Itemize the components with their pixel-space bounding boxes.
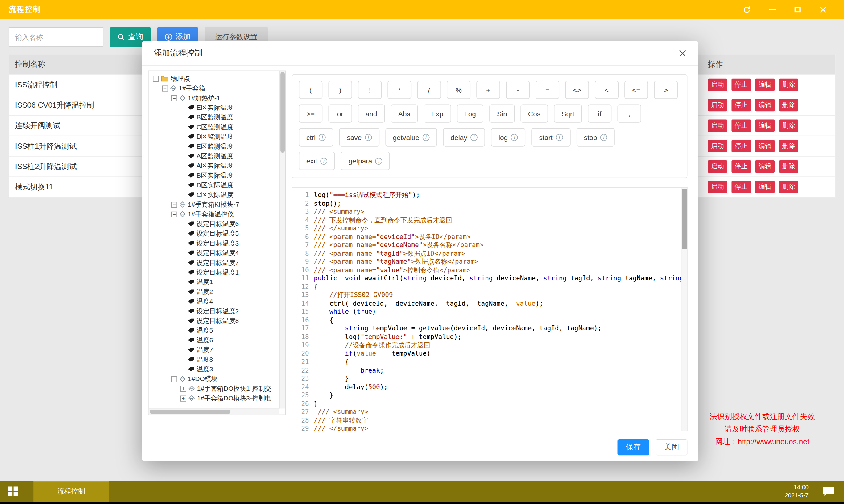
- row-op-button[interactable]: 启动: [708, 181, 728, 193]
- taskbar-clock[interactable]: 14:00 2021-5-7: [785, 483, 809, 499]
- taskbar-app-process-control[interactable]: 流程控制: [33, 481, 109, 502]
- row-op-button[interactable]: 编辑: [755, 119, 775, 132]
- tree-expander-plus-icon[interactable]: +: [180, 395, 186, 401]
- operator-button[interactable]: %: [447, 81, 470, 99]
- operator-button[interactable]: Log: [457, 105, 484, 123]
- tree-expander-minus-icon[interactable]: −: [171, 202, 177, 208]
- tree-item[interactable]: 设定目标温度4: [149, 248, 278, 257]
- operator-button[interactable]: -: [506, 81, 529, 99]
- operator-button[interactable]: logi: [491, 128, 526, 146]
- tree-expander-minus-icon[interactable]: −: [171, 95, 177, 101]
- row-op-button[interactable]: 停止: [731, 140, 751, 152]
- operator-button[interactable]: +: [476, 81, 500, 99]
- tree-item[interactable]: 温度3: [149, 364, 278, 374]
- operator-button[interactable]: exiti: [299, 152, 335, 170]
- row-op-button[interactable]: 编辑: [755, 79, 775, 91]
- operator-button[interactable]: ctrli: [299, 128, 333, 146]
- operator-button[interactable]: Cos: [520, 105, 548, 123]
- operator-button[interactable]: Exp: [424, 105, 451, 123]
- operator-button[interactable]: getvaluei: [385, 128, 437, 146]
- row-op-button[interactable]: 删除: [779, 181, 798, 193]
- tree-item[interactable]: −1#DO模块: [149, 374, 278, 384]
- tree-vertical-scrollbar[interactable]: [280, 71, 285, 408]
- tree-item[interactable]: E区监测温度: [149, 142, 278, 151]
- tree-expander-minus-icon[interactable]: −: [171, 376, 177, 382]
- search-input[interactable]: [8, 28, 103, 47]
- row-op-button[interactable]: 启动: [708, 140, 728, 152]
- tree-expander-minus-icon[interactable]: −: [153, 76, 159, 82]
- operator-button[interactable]: or: [328, 105, 352, 123]
- tree-item[interactable]: 温度4: [149, 296, 278, 306]
- operator-button[interactable]: >=: [299, 105, 322, 123]
- operator-button[interactable]: stopi: [576, 128, 615, 146]
- tree-expander-minus-icon[interactable]: −: [171, 211, 177, 217]
- row-op-button[interactable]: 删除: [779, 140, 798, 152]
- tree-item[interactable]: −1#加热炉-1: [149, 93, 278, 103]
- operator-button[interactable]: <=: [624, 81, 648, 99]
- tree-item[interactable]: −1#手套箱温控仪: [149, 210, 278, 219]
- tree-item[interactable]: 温度5: [149, 326, 278, 335]
- operator-button[interactable]: ,: [617, 105, 641, 123]
- tree-item[interactable]: 设定目标温度6: [149, 219, 278, 229]
- tree-item[interactable]: C区监测温度: [149, 122, 278, 132]
- tree-item[interactable]: 设定目标温度3: [149, 238, 278, 248]
- tree-item[interactable]: B区实际温度: [149, 170, 278, 180]
- row-op-button[interactable]: 启动: [708, 79, 728, 91]
- tree-item[interactable]: 温度2: [149, 287, 278, 296]
- tree-item[interactable]: C区实际温度: [149, 190, 278, 200]
- row-op-button[interactable]: 编辑: [755, 160, 775, 173]
- tree-item[interactable]: E区实际温度: [149, 103, 278, 112]
- tree-item[interactable]: 设定目标温度2: [149, 306, 278, 316]
- operator-button[interactable]: starti: [532, 128, 570, 146]
- operator-button[interactable]: Abs: [391, 105, 418, 123]
- operator-button[interactable]: <>: [565, 81, 589, 99]
- row-op-button[interactable]: 删除: [779, 160, 798, 173]
- tree-item[interactable]: 温度7: [149, 345, 278, 355]
- operator-button[interactable]: delayi: [443, 128, 485, 146]
- tree-horizontal-scrollbar[interactable]: [149, 408, 280, 414]
- tree-item[interactable]: 温度1: [149, 277, 278, 287]
- start-button[interactable]: [0, 481, 26, 502]
- close-window-button[interactable]: [810, 0, 836, 19]
- row-op-button[interactable]: 停止: [731, 181, 751, 193]
- tree-item[interactable]: A区实际温度: [149, 161, 278, 170]
- tree-horizontal-scrollbar-thumb[interactable]: [150, 410, 230, 414]
- dialog-close-footer-button[interactable]: 关闭: [656, 439, 687, 455]
- tree-item[interactable]: −1#手套箱KI模块-7: [149, 200, 278, 209]
- row-op-button[interactable]: 启动: [708, 160, 728, 173]
- row-op-button[interactable]: 删除: [779, 79, 798, 91]
- maximize-button[interactable]: [785, 0, 810, 19]
- operator-button[interactable]: Sin: [489, 105, 515, 123]
- minimize-button[interactable]: [759, 0, 785, 19]
- script-code-editor[interactable]: 1log("===iss调试模式程序开始");2stop();3/// <sum…: [292, 187, 688, 431]
- row-op-button[interactable]: 编辑: [755, 140, 775, 152]
- operator-button[interactable]: getparai: [341, 152, 390, 170]
- tree-item[interactable]: 设定目标温度5: [149, 229, 278, 238]
- row-op-button[interactable]: 删除: [779, 99, 798, 111]
- tree-item[interactable]: +1#手套箱DO模块3-控制电: [149, 394, 278, 403]
- row-op-button[interactable]: 启动: [708, 99, 728, 111]
- row-op-button[interactable]: 启动: [708, 119, 728, 132]
- tree-item[interactable]: −1#手套箱: [149, 83, 278, 93]
- save-button[interactable]: 保存: [617, 439, 649, 455]
- row-op-button[interactable]: 编辑: [755, 181, 775, 193]
- tree-item[interactable]: 设定目标温度7: [149, 258, 278, 267]
- operator-button[interactable]: ): [328, 81, 352, 99]
- tree-item[interactable]: +1#手套箱DO模块1-控制交: [149, 384, 278, 393]
- operator-button[interactable]: (: [299, 81, 322, 99]
- operator-button[interactable]: >: [654, 81, 678, 99]
- operator-button[interactable]: /: [417, 81, 441, 99]
- tree-item[interactable]: 温度8: [149, 355, 278, 364]
- row-op-button[interactable]: 删除: [779, 119, 798, 132]
- editor-vertical-scrollbar-thumb[interactable]: [682, 189, 687, 249]
- operator-button[interactable]: savei: [339, 128, 379, 146]
- tree-item[interactable]: B区监测温度: [149, 112, 278, 122]
- editor-vertical-scrollbar[interactable]: [681, 188, 687, 431]
- tree-item[interactable]: 设定目标温度1: [149, 267, 278, 277]
- row-op-button[interactable]: 停止: [731, 79, 751, 91]
- dialog-close-button[interactable]: [679, 49, 686, 57]
- operator-button[interactable]: =: [536, 81, 559, 99]
- operator-button[interactable]: *: [388, 81, 411, 99]
- tree-expander-plus-icon[interactable]: +: [180, 385, 186, 392]
- operator-button[interactable]: Sqrt: [554, 105, 582, 123]
